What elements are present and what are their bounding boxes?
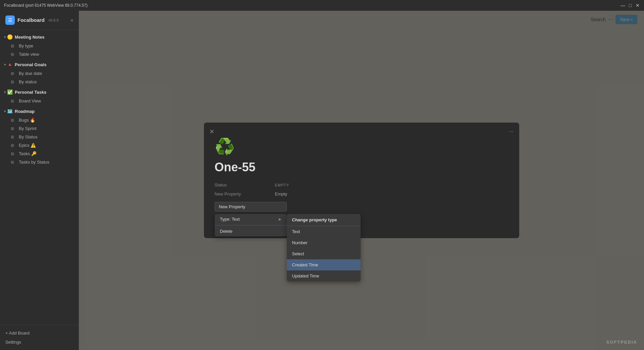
new-property-row: New Property Empty: [215, 191, 508, 196]
table-view-label: Table view: [19, 52, 39, 57]
sidebar-section-header-roadmap[interactable]: ▾ 🗺️ Roadmap: [0, 106, 79, 116]
sidebar-item-by-type[interactable]: ⊞ By type: [0, 42, 79, 50]
maximize-button[interactable]: □: [628, 3, 633, 8]
submenu-item-created-time[interactable]: Created Time: [287, 259, 361, 270]
watermark: SOFTPEDIA: [606, 340, 637, 345]
bugs-icon: ⊞: [11, 118, 16, 123]
type-text-label: Type: Text: [220, 217, 240, 222]
type-submenu: Change property type Text Number Select …: [287, 214, 361, 281]
bugs-label: Bugs 🔥: [19, 118, 35, 123]
epics-label: Epics ⚠️: [19, 143, 36, 148]
new-property-label: New Property: [215, 191, 262, 196]
tasks-by-status-label: Tasks by Status: [19, 160, 49, 165]
logo-icon: ☰: [5, 15, 15, 25]
sidebar-content: ▾ 🟡 Meeting Notes ⊞ By type ⊞ Table view…: [0, 30, 79, 325]
submenu-item-select[interactable]: Select: [287, 248, 361, 259]
by-status-icon: ⊞: [11, 80, 16, 84]
section-label-meeting-notes: Meeting Notes: [15, 35, 45, 40]
sidebar-section-header-personal-goals[interactable]: ▾ 🔺 Personal Goals: [0, 60, 79, 69]
section-arrow-personal-tasks: ▾: [4, 90, 6, 94]
sidebar-item-by-status-roadmap[interactable]: ⊞ By Status: [0, 133, 79, 141]
settings-label: Settings: [5, 340, 21, 345]
sidebar-section-header-meeting-notes[interactable]: ▾ 🟡 Meeting Notes: [0, 32, 79, 42]
property-context-menu: Type: Text ▶ Delete: [215, 214, 287, 236]
sidebar-section-personal-goals: ▾ 🔺 Personal Goals ⊞ By due date ⊞ By st…: [0, 60, 79, 86]
by-type-icon: ⊞: [11, 44, 16, 48]
card-title: One-55: [215, 160, 508, 174]
sidebar-section-personal-tasks: ▾ ✅ Personal Tasks ⊞ Board View: [0, 87, 79, 105]
by-type-label: By type: [19, 43, 33, 48]
by-status-label: By status: [19, 79, 37, 84]
sidebar-logo: ☰ Focalboard v0.6.0: [5, 15, 70, 25]
type-arrow-icon: ▶: [279, 217, 281, 221]
logo-version: v0.6.0: [49, 18, 59, 22]
minimize-button[interactable]: —: [621, 3, 625, 8]
add-board-label: + Add Board: [5, 331, 30, 336]
sidebar-item-tasks-by-status[interactable]: ⊞ Tasks by Status: [0, 158, 79, 166]
section-label-personal-goals: Personal Goals: [15, 62, 47, 67]
close-button[interactable]: ✕: [635, 3, 640, 8]
submenu-header: Change property type: [287, 214, 361, 226]
sidebar-section-header-personal-tasks[interactable]: ▾ ✅ Personal Tasks: [0, 87, 79, 97]
by-sprint-icon: ⊞: [11, 126, 16, 131]
tasks-icon: ⊞: [11, 151, 16, 156]
by-sprint-label: By Sprint: [19, 126, 37, 131]
status-property-row: Status EMPTY: [215, 182, 508, 187]
tasks-by-status-icon: ⊞: [11, 160, 16, 165]
submenu-item-updated-time[interactable]: Updated Time: [287, 270, 361, 281]
modal-overlay[interactable]: ✕ ··· ♻️ One-55 Status EMPTY New Propert…: [79, 11, 644, 350]
sidebar: ☰ Focalboard v0.6.0 « ▾ 🟡 Meeting Notes …: [0, 11, 79, 350]
by-due-date-icon: ⊞: [11, 71, 16, 76]
sidebar-header: ☰ Focalboard v0.6.0 «: [0, 11, 79, 30]
sidebar-item-board-view[interactable]: ⊞ Board View: [0, 97, 79, 105]
section-icon-roadmap: 🗺️: [7, 108, 13, 114]
sidebar-item-tasks[interactable]: ⊞ Tasks 🔑: [0, 149, 79, 158]
title-bar-text: Focalboard (port 61475 WebView 89.0.774.…: [4, 3, 88, 8]
sidebar-section-meeting-notes: ▾ 🟡 Meeting Notes ⊞ By type ⊞ Table view: [0, 32, 79, 58]
main-content: Search ··· New ▾ ✕ ··· ♻️ One-55 Status …: [79, 11, 644, 350]
table-view-icon: ⊞: [11, 52, 16, 57]
sidebar-section-roadmap: ▾ 🗺️ Roadmap ⊞ Bugs 🔥 ⊞ By Sprint ⊞ By S…: [0, 106, 79, 166]
sidebar-item-by-sprint[interactable]: ⊞ By Sprint: [0, 124, 79, 133]
sidebar-item-epics[interactable]: ⊞ Epics ⚠️: [0, 141, 79, 149]
context-menu-divider: [215, 225, 287, 225]
modal-menu-button[interactable]: ···: [508, 128, 514, 135]
sidebar-item-bugs[interactable]: ⊞ Bugs 🔥: [0, 116, 79, 124]
section-arrow-meeting-notes: ▾: [4, 35, 6, 39]
by-status-roadmap-icon: ⊞: [11, 135, 16, 139]
delete-label: Delete: [220, 229, 233, 234]
section-arrow-personal-goals: ▾: [4, 63, 6, 67]
card-icon: ♻️: [215, 137, 508, 156]
section-icon-personal-goals: 🔺: [7, 62, 13, 67]
modal-close-button[interactable]: ✕: [209, 128, 214, 135]
board-view-icon: ⊞: [11, 99, 16, 103]
tasks-label: Tasks 🔑: [19, 151, 37, 156]
by-due-date-label: By due date: [19, 71, 42, 76]
section-label-roadmap: Roadmap: [15, 109, 35, 114]
sidebar-item-by-status[interactable]: ⊞ By status: [0, 78, 79, 86]
sidebar-item-table-view[interactable]: ⊞ Table view: [0, 50, 79, 58]
sidebar-footer: + Add Board Settings: [0, 325, 79, 350]
app-layout: ☰ Focalboard v0.6.0 « ▾ 🟡 Meeting Notes …: [0, 11, 644, 350]
property-menu-container: Type: Text ▶ Delete Change property type…: [215, 202, 287, 212]
new-property-value: Empty: [275, 191, 287, 196]
sidebar-collapse-button[interactable]: «: [70, 17, 73, 23]
status-value: EMPTY: [275, 183, 289, 187]
status-label: Status: [215, 182, 262, 187]
title-bar: Focalboard (port 61475 WebView 89.0.774.…: [0, 0, 644, 11]
title-bar-controls: — □ ✕: [621, 3, 640, 8]
board-view-label: Board View: [19, 98, 41, 103]
card-modal: ✕ ··· ♻️ One-55 Status EMPTY New Propert…: [204, 123, 519, 238]
property-name-input[interactable]: [215, 202, 287, 212]
add-board-button[interactable]: + Add Board: [5, 329, 73, 337]
section-arrow-roadmap: ▾: [4, 110, 6, 113]
sidebar-item-by-due-date[interactable]: ⊞ By due date: [0, 69, 79, 78]
settings-button[interactable]: Settings: [5, 338, 73, 346]
section-icon-meeting-notes: 🟡: [7, 34, 13, 40]
delete-menu-item[interactable]: Delete: [215, 226, 287, 236]
submenu-item-number[interactable]: Number: [287, 237, 361, 248]
by-status-roadmap-label: By Status: [19, 134, 38, 139]
submenu-item-text[interactable]: Text: [287, 226, 361, 237]
type-text-menu-item[interactable]: Type: Text ▶: [215, 214, 287, 224]
logo-text: Focalboard: [17, 17, 45, 23]
